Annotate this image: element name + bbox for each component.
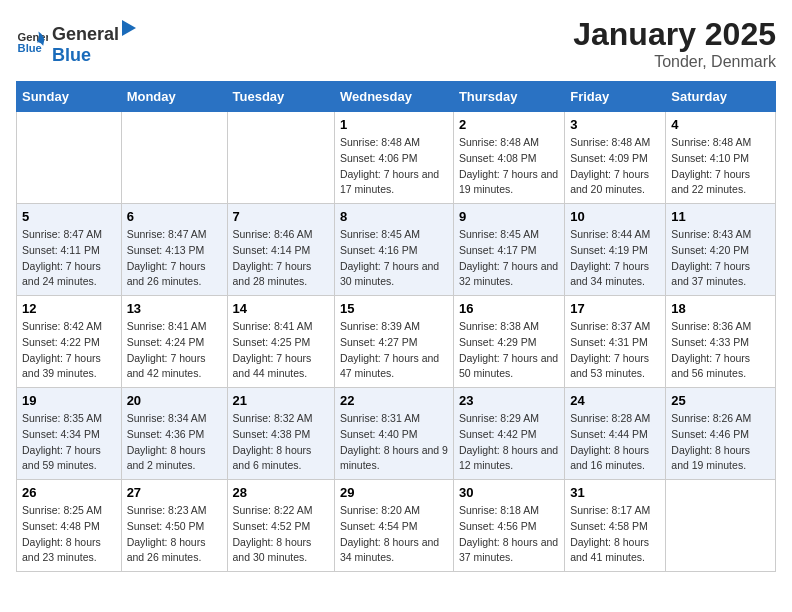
day-number: 29	[340, 485, 448, 500]
day-info: Sunrise: 8:38 AMSunset: 4:29 PMDaylight:…	[459, 319, 559, 382]
day-info: Sunrise: 8:37 AMSunset: 4:31 PMDaylight:…	[570, 319, 660, 382]
day-info: Sunrise: 8:45 AMSunset: 4:16 PMDaylight:…	[340, 227, 448, 290]
day-number: 17	[570, 301, 660, 316]
calendar-cell: 22Sunrise: 8:31 AMSunset: 4:40 PMDayligh…	[334, 388, 453, 480]
day-number: 12	[22, 301, 116, 316]
day-number: 4	[671, 117, 770, 132]
calendar-cell: 15Sunrise: 8:39 AMSunset: 4:27 PMDayligh…	[334, 296, 453, 388]
calendar-cell: 29Sunrise: 8:20 AMSunset: 4:54 PMDayligh…	[334, 480, 453, 572]
day-number: 18	[671, 301, 770, 316]
calendar-cell: 21Sunrise: 8:32 AMSunset: 4:38 PMDayligh…	[227, 388, 334, 480]
calendar-cell: 7Sunrise: 8:46 AMSunset: 4:14 PMDaylight…	[227, 204, 334, 296]
calendar-cell: 27Sunrise: 8:23 AMSunset: 4:50 PMDayligh…	[121, 480, 227, 572]
day-info: Sunrise: 8:26 AMSunset: 4:46 PMDaylight:…	[671, 411, 770, 474]
day-info: Sunrise: 8:48 AMSunset: 4:06 PMDaylight:…	[340, 135, 448, 198]
day-number: 8	[340, 209, 448, 224]
calendar-cell: 2Sunrise: 8:48 AMSunset: 4:08 PMDaylight…	[453, 112, 564, 204]
calendar-week-row: 12Sunrise: 8:42 AMSunset: 4:22 PMDayligh…	[17, 296, 776, 388]
day-info: Sunrise: 8:31 AMSunset: 4:40 PMDaylight:…	[340, 411, 448, 474]
calendar-cell: 3Sunrise: 8:48 AMSunset: 4:09 PMDaylight…	[565, 112, 666, 204]
day-info: Sunrise: 8:48 AMSunset: 4:10 PMDaylight:…	[671, 135, 770, 198]
day-number: 2	[459, 117, 559, 132]
calendar-cell: 23Sunrise: 8:29 AMSunset: 4:42 PMDayligh…	[453, 388, 564, 480]
day-number: 1	[340, 117, 448, 132]
day-info: Sunrise: 8:29 AMSunset: 4:42 PMDaylight:…	[459, 411, 559, 474]
calendar-cell	[227, 112, 334, 204]
logo-icon: General Blue	[16, 25, 48, 57]
day-number: 27	[127, 485, 222, 500]
calendar-cell: 12Sunrise: 8:42 AMSunset: 4:22 PMDayligh…	[17, 296, 122, 388]
calendar-week-row: 26Sunrise: 8:25 AMSunset: 4:48 PMDayligh…	[17, 480, 776, 572]
day-info: Sunrise: 8:47 AMSunset: 4:11 PMDaylight:…	[22, 227, 116, 290]
calendar-cell: 17Sunrise: 8:37 AMSunset: 4:31 PMDayligh…	[565, 296, 666, 388]
day-number: 5	[22, 209, 116, 224]
day-number: 25	[671, 393, 770, 408]
calendar-cell: 25Sunrise: 8:26 AMSunset: 4:46 PMDayligh…	[666, 388, 776, 480]
calendar-week-row: 1Sunrise: 8:48 AMSunset: 4:06 PMDaylight…	[17, 112, 776, 204]
calendar-cell: 1Sunrise: 8:48 AMSunset: 4:06 PMDaylight…	[334, 112, 453, 204]
calendar-cell	[17, 112, 122, 204]
calendar-cell: 14Sunrise: 8:41 AMSunset: 4:25 PMDayligh…	[227, 296, 334, 388]
calendar-cell: 6Sunrise: 8:47 AMSunset: 4:13 PMDaylight…	[121, 204, 227, 296]
day-number: 24	[570, 393, 660, 408]
page-subtitle: Tonder, Denmark	[573, 53, 776, 71]
calendar-cell: 16Sunrise: 8:38 AMSunset: 4:29 PMDayligh…	[453, 296, 564, 388]
day-info: Sunrise: 8:20 AMSunset: 4:54 PMDaylight:…	[340, 503, 448, 566]
calendar-cell: 4Sunrise: 8:48 AMSunset: 4:10 PMDaylight…	[666, 112, 776, 204]
calendar-week-row: 19Sunrise: 8:35 AMSunset: 4:34 PMDayligh…	[17, 388, 776, 480]
day-info: Sunrise: 8:43 AMSunset: 4:20 PMDaylight:…	[671, 227, 770, 290]
day-number: 13	[127, 301, 222, 316]
day-info: Sunrise: 8:48 AMSunset: 4:09 PMDaylight:…	[570, 135, 660, 198]
weekday-header-sunday: Sunday	[17, 82, 122, 112]
logo-general: General	[52, 24, 119, 45]
day-info: Sunrise: 8:44 AMSunset: 4:19 PMDaylight:…	[570, 227, 660, 290]
calendar-cell: 13Sunrise: 8:41 AMSunset: 4:24 PMDayligh…	[121, 296, 227, 388]
day-number: 11	[671, 209, 770, 224]
day-info: Sunrise: 8:39 AMSunset: 4:27 PMDaylight:…	[340, 319, 448, 382]
day-info: Sunrise: 8:22 AMSunset: 4:52 PMDaylight:…	[233, 503, 329, 566]
day-number: 28	[233, 485, 329, 500]
calendar-cell: 8Sunrise: 8:45 AMSunset: 4:16 PMDaylight…	[334, 204, 453, 296]
logo-arrow-icon	[120, 16, 138, 40]
day-number: 22	[340, 393, 448, 408]
page-header: General Blue General Blue January 2025 T…	[16, 16, 776, 71]
calendar-cell: 11Sunrise: 8:43 AMSunset: 4:20 PMDayligh…	[666, 204, 776, 296]
logo: General Blue General Blue	[16, 16, 139, 66]
day-number: 15	[340, 301, 448, 316]
weekday-header-tuesday: Tuesday	[227, 82, 334, 112]
day-number: 6	[127, 209, 222, 224]
calendar-cell: 10Sunrise: 8:44 AMSunset: 4:19 PMDayligh…	[565, 204, 666, 296]
day-number: 31	[570, 485, 660, 500]
title-block: January 2025 Tonder, Denmark	[573, 16, 776, 71]
logo-blue: Blue	[52, 45, 91, 65]
day-info: Sunrise: 8:18 AMSunset: 4:56 PMDaylight:…	[459, 503, 559, 566]
calendar-week-row: 5Sunrise: 8:47 AMSunset: 4:11 PMDaylight…	[17, 204, 776, 296]
day-info: Sunrise: 8:46 AMSunset: 4:14 PMDaylight:…	[233, 227, 329, 290]
day-number: 26	[22, 485, 116, 500]
day-number: 20	[127, 393, 222, 408]
svg-text:Blue: Blue	[18, 42, 42, 54]
svg-marker-2	[122, 20, 136, 36]
day-number: 3	[570, 117, 660, 132]
day-info: Sunrise: 8:42 AMSunset: 4:22 PMDaylight:…	[22, 319, 116, 382]
day-info: Sunrise: 8:41 AMSunset: 4:25 PMDaylight:…	[233, 319, 329, 382]
day-number: 21	[233, 393, 329, 408]
calendar-cell: 9Sunrise: 8:45 AMSunset: 4:17 PMDaylight…	[453, 204, 564, 296]
day-info: Sunrise: 8:17 AMSunset: 4:58 PMDaylight:…	[570, 503, 660, 566]
calendar-cell	[666, 480, 776, 572]
day-info: Sunrise: 8:41 AMSunset: 4:24 PMDaylight:…	[127, 319, 222, 382]
day-info: Sunrise: 8:36 AMSunset: 4:33 PMDaylight:…	[671, 319, 770, 382]
day-number: 16	[459, 301, 559, 316]
day-info: Sunrise: 8:45 AMSunset: 4:17 PMDaylight:…	[459, 227, 559, 290]
weekday-header-saturday: Saturday	[666, 82, 776, 112]
day-info: Sunrise: 8:47 AMSunset: 4:13 PMDaylight:…	[127, 227, 222, 290]
day-info: Sunrise: 8:28 AMSunset: 4:44 PMDaylight:…	[570, 411, 660, 474]
day-info: Sunrise: 8:48 AMSunset: 4:08 PMDaylight:…	[459, 135, 559, 198]
day-number: 10	[570, 209, 660, 224]
calendar-cell: 26Sunrise: 8:25 AMSunset: 4:48 PMDayligh…	[17, 480, 122, 572]
calendar-table: SundayMondayTuesdayWednesdayThursdayFrid…	[16, 81, 776, 572]
calendar-cell: 30Sunrise: 8:18 AMSunset: 4:56 PMDayligh…	[453, 480, 564, 572]
day-info: Sunrise: 8:25 AMSunset: 4:48 PMDaylight:…	[22, 503, 116, 566]
weekday-header-row: SundayMondayTuesdayWednesdayThursdayFrid…	[17, 82, 776, 112]
day-number: 23	[459, 393, 559, 408]
